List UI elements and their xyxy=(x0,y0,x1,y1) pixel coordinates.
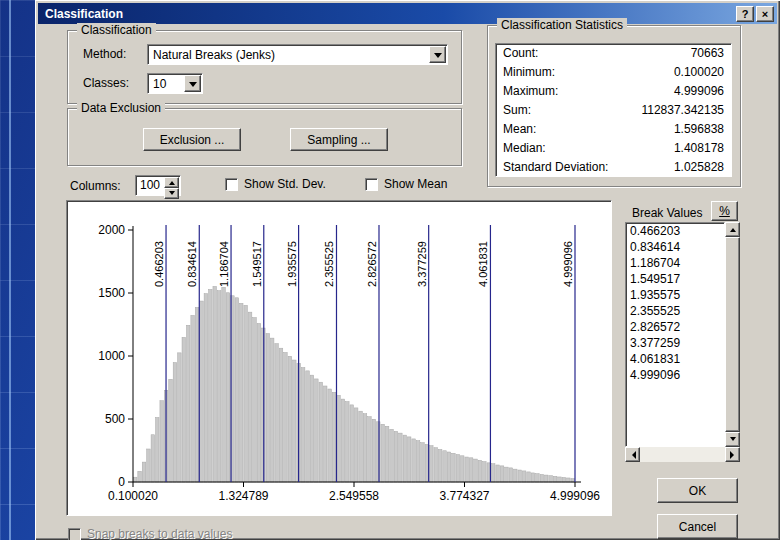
histogram-bar xyxy=(248,312,252,482)
stat-value: 70663 xyxy=(691,45,724,62)
histogram-bar xyxy=(293,360,297,482)
histogram-bar xyxy=(169,379,173,482)
stat-row: Median:1.408178 xyxy=(496,139,731,158)
close-button[interactable]: × xyxy=(756,6,774,22)
y-axis-label: 1000 xyxy=(98,349,125,363)
spinner-down-button[interactable] xyxy=(164,188,179,199)
sampling-button[interactable]: Sampling ... xyxy=(290,128,388,151)
classes-combobox[interactable]: 10 xyxy=(147,73,203,94)
histogram-bar xyxy=(412,439,416,482)
stat-row: Count:70663 xyxy=(496,44,731,63)
break-value-item[interactable]: 1.186704 xyxy=(626,255,724,271)
histogram-bar xyxy=(567,478,571,482)
histogram-bar xyxy=(244,305,248,482)
scroll-left-button[interactable] xyxy=(625,447,640,462)
columns-label: Columns: xyxy=(70,179,121,193)
break-value-item[interactable]: 0.834614 xyxy=(626,239,724,255)
break-value-item[interactable]: 1.935575 xyxy=(626,287,724,303)
stat-value: 1.596838 xyxy=(674,121,724,138)
help-button[interactable]: ? xyxy=(736,6,754,22)
break-value-item[interactable]: 2.355525 xyxy=(626,303,724,319)
break-value-item[interactable]: 4.999096 xyxy=(626,367,724,383)
histogram-bar xyxy=(319,382,323,482)
histogram-bar xyxy=(385,426,389,482)
histogram-bar xyxy=(133,477,137,482)
checkbox-box-icon[interactable] xyxy=(365,178,378,191)
break-value-item[interactable]: 2.826572 xyxy=(626,319,724,335)
method-combobox[interactable]: Natural Breaks (Jenks) xyxy=(147,44,448,65)
checkbox-box-icon[interactable] xyxy=(225,178,238,191)
stat-value: 0.100020 xyxy=(674,64,724,81)
dialog-titlebar[interactable]: Classification ? × xyxy=(38,3,777,24)
break-value-item[interactable]: 0.466203 xyxy=(626,223,724,239)
stat-label: Standard Deviation: xyxy=(503,159,608,176)
histogram-bar xyxy=(160,401,164,482)
histogram-bar xyxy=(151,435,155,482)
histogram-bar xyxy=(430,446,434,482)
histogram-bar xyxy=(341,399,345,482)
histogram-bar xyxy=(368,417,372,482)
break-line-label: 0.466203 xyxy=(153,241,165,287)
break-values-horizontal-scrollbar[interactable] xyxy=(625,447,740,462)
histogram-bar xyxy=(518,470,522,482)
histogram-bar xyxy=(359,411,363,482)
break-value-item[interactable]: 1.549517 xyxy=(626,271,724,287)
histogram-bar xyxy=(399,433,403,482)
classes-dropdown-button[interactable] xyxy=(184,75,201,92)
classes-value: 10 xyxy=(148,77,184,91)
y-axis-label: 1500 xyxy=(98,286,125,300)
histogram-svg[interactable]: 05001000150020000.1000201.3247892.549558… xyxy=(67,201,609,513)
scroll-right-button[interactable] xyxy=(725,447,740,462)
break-values-vertical-scrollbar[interactable] xyxy=(725,222,740,447)
chevron-down-icon xyxy=(189,82,197,91)
histogram-bar xyxy=(310,375,314,482)
classification-dialog: Classification ? × Classification Method… xyxy=(35,0,780,540)
break-value-item[interactable]: 4.061831 xyxy=(626,351,724,367)
histogram-bar xyxy=(156,417,160,482)
scrollbar-thumb[interactable] xyxy=(725,237,740,432)
exclusion-button[interactable]: Exclusion ... xyxy=(143,128,241,151)
method-dropdown-button[interactable] xyxy=(429,46,446,63)
scroll-up-button[interactable] xyxy=(725,222,740,237)
histogram-bar xyxy=(544,475,548,482)
data-exclusion-group-label: Data Exclusion xyxy=(77,101,165,115)
desktop-background: Classification ? × Classification Method… xyxy=(0,0,780,540)
histogram-bar xyxy=(562,477,566,482)
histogram-bar xyxy=(416,441,420,482)
break-line-label: 1.935575 xyxy=(286,241,298,287)
break-line-label: 1.186704 xyxy=(218,241,230,287)
histogram-bar xyxy=(213,286,217,482)
scroll-down-button[interactable] xyxy=(725,432,740,447)
y-axis-label: 0 xyxy=(118,475,125,489)
histogram-bar xyxy=(217,291,221,482)
percent-button[interactable]: % xyxy=(711,201,738,221)
scrollbar-track[interactable] xyxy=(640,447,725,462)
stat-label: Sum: xyxy=(503,102,531,119)
stat-label: Count: xyxy=(503,45,538,62)
histogram-bar xyxy=(390,429,394,482)
histogram-bar xyxy=(147,449,151,482)
histogram-bar xyxy=(443,451,447,482)
break-value-item[interactable]: 3.377259 xyxy=(626,335,724,351)
histogram-bar xyxy=(465,457,469,482)
cancel-button[interactable]: Cancel xyxy=(657,514,738,539)
histogram-panel[interactable]: 05001000150020000.1000201.3247892.549558… xyxy=(66,200,612,516)
stat-value: 1.408178 xyxy=(674,140,724,157)
columns-spinner[interactable]: 100 xyxy=(135,175,181,196)
spinner-up-button[interactable] xyxy=(164,177,179,188)
checkbox-box-icon xyxy=(68,528,81,540)
ok-button[interactable]: OK xyxy=(657,478,738,503)
show-mean-checkbox[interactable]: Show Mean xyxy=(365,177,447,191)
break-values-list[interactable]: 0.4662030.8346141.1867041.5495171.935575… xyxy=(625,222,725,447)
data-exclusion-group: Data Exclusion Exclusion ... Sampling ..… xyxy=(67,108,462,166)
histogram-bar xyxy=(239,303,243,482)
histogram-bar xyxy=(381,424,385,482)
x-axis-label: 0.100020 xyxy=(108,489,158,503)
x-axis-label: 2.549558 xyxy=(329,489,379,503)
show-std-dev-label: Show Std. Dev. xyxy=(244,177,326,191)
histogram-bar xyxy=(284,352,288,482)
stat-value: 4.999096 xyxy=(674,83,724,100)
x-axis-label: 1.324789 xyxy=(218,489,268,503)
statistics-panel: Count:70663Minimum:0.100020Maximum:4.999… xyxy=(495,43,732,177)
show-std-dev-checkbox[interactable]: Show Std. Dev. xyxy=(225,177,326,191)
